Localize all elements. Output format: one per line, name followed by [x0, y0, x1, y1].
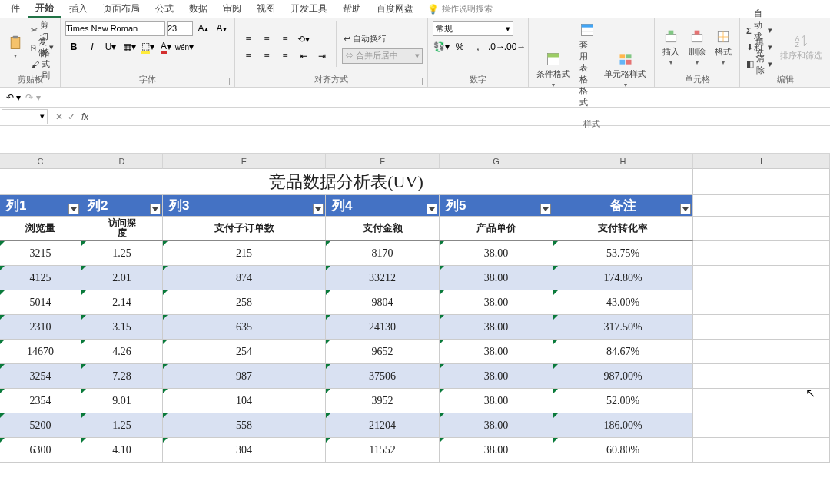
- undo-button[interactable]: ↶ ▾: [6, 92, 21, 103]
- decrease-font-button[interactable]: A▾: [213, 21, 230, 36]
- data-cell[interactable]: 987.00%: [553, 364, 693, 389]
- wrap-text-button[interactable]: ↩自动换行: [342, 32, 423, 47]
- cell[interactable]: [693, 438, 830, 463]
- table-subheader-cell[interactable]: 浏览量: [0, 217, 81, 241]
- data-cell[interactable]: 4125: [0, 266, 81, 290]
- data-cell[interactable]: 3215: [0, 241, 81, 266]
- data-cell[interactable]: 38.00: [440, 340, 553, 364]
- data-cell[interactable]: 7.28: [81, 364, 163, 389]
- table-header-cell[interactable]: 列5: [440, 195, 553, 217]
- tab-data[interactable]: 数据: [181, 0, 215, 18]
- clipboard-launcher[interactable]: [48, 78, 55, 85]
- cell-styles-button[interactable]: 单元格样式▾: [601, 21, 649, 118]
- data-cell[interactable]: 304: [163, 438, 326, 463]
- cell[interactable]: [693, 364, 830, 389]
- bold-button[interactable]: B: [65, 39, 82, 55]
- col-header-g[interactable]: G: [440, 154, 553, 169]
- number-format-combo[interactable]: 常规▾: [433, 21, 513, 36]
- font-size-combo[interactable]: [167, 21, 193, 36]
- table-header-cell[interactable]: 备注: [553, 195, 693, 217]
- filter-dropdown-button[interactable]: [150, 204, 161, 214]
- fx-icon[interactable]: fx: [81, 111, 88, 122]
- data-cell[interactable]: 5014: [0, 290, 81, 315]
- data-cell[interactable]: 2354: [0, 389, 81, 413]
- table-title[interactable]: 竞品数据分析表(UV): [0, 169, 693, 195]
- data-cell[interactable]: 37506: [326, 364, 440, 389]
- data-cell[interactable]: 11552: [326, 438, 440, 463]
- data-cell[interactable]: 558: [163, 413, 326, 438]
- tab-file[interactable]: 件: [3, 0, 28, 18]
- filter-dropdown-button[interactable]: [680, 204, 691, 214]
- name-box[interactable]: ▾: [2, 109, 48, 124]
- align-bottom-button[interactable]: ≡: [277, 32, 294, 47]
- data-cell[interactable]: 52.00%: [553, 389, 693, 413]
- increase-font-button[interactable]: A▴: [194, 21, 211, 36]
- underline-button[interactable]: U▾: [102, 39, 119, 55]
- tab-home[interactable]: 开始: [28, 0, 61, 18]
- table-subheader-cell[interactable]: 产品单价: [440, 217, 553, 241]
- align-middle-button[interactable]: ≡: [258, 32, 275, 47]
- decrease-decimal-button[interactable]: .00→: [506, 39, 523, 55]
- cell[interactable]: [693, 169, 830, 195]
- align-left-button[interactable]: ≡: [240, 48, 257, 64]
- table-subheader-cell[interactable]: 支付金额: [326, 217, 440, 241]
- orientation-button[interactable]: ⟲▾: [295, 32, 312, 47]
- tab-baidu[interactable]: 百度网盘: [369, 0, 421, 18]
- formula-input[interactable]: [88, 109, 830, 124]
- cell[interactable]: [693, 315, 830, 340]
- data-cell[interactable]: 874: [163, 266, 326, 290]
- table-subheader-cell[interactable]: 支付转化率: [553, 217, 693, 241]
- phonetic-button[interactable]: wén▾: [176, 39, 193, 55]
- data-cell[interactable]: 33212: [326, 266, 440, 290]
- cell[interactable]: [693, 340, 830, 364]
- col-header-e[interactable]: E: [163, 154, 326, 169]
- spreadsheet-grid[interactable]: C D E F G H I 竞品数据分析表(UV) 列1列2列3列4列5备注 浏…: [0, 154, 830, 463]
- data-cell[interactable]: 317.50%: [553, 315, 693, 340]
- tab-insert[interactable]: 插入: [61, 0, 95, 18]
- data-cell[interactable]: 104: [163, 389, 326, 413]
- format-cells-button[interactable]: 格式▾: [712, 21, 735, 74]
- table-header-cell[interactable]: 列2: [81, 195, 163, 217]
- tab-formulas[interactable]: 公式: [148, 0, 181, 18]
- col-header-f[interactable]: F: [326, 154, 440, 169]
- number-launcher[interactable]: [516, 78, 523, 85]
- tab-developer[interactable]: 开发工具: [283, 0, 335, 18]
- filter-dropdown-button[interactable]: [540, 204, 551, 214]
- table-subheader-cell[interactable]: 访问深 度: [81, 217, 163, 241]
- data-cell[interactable]: 5200: [0, 413, 81, 438]
- sort-filter-button[interactable]: AZ 排序和筛选: [777, 21, 825, 74]
- fill-color-button[interactable]: ⬚▾: [139, 39, 156, 55]
- cell[interactable]: [693, 413, 830, 438]
- format-painter-button[interactable]: 🖌格式刷: [29, 57, 55, 72]
- data-cell[interactable]: 60.80%: [553, 438, 693, 463]
- data-cell[interactable]: 38.00: [440, 364, 553, 389]
- insert-cells-button[interactable]: 插入▾: [659, 21, 682, 74]
- filter-dropdown-button[interactable]: [313, 204, 324, 214]
- data-area[interactable]: 竞品数据分析表(UV) 列1列2列3列4列5备注 浏览量访问深 度支付子订单数支…: [0, 169, 830, 463]
- data-cell[interactable]: 6300: [0, 438, 81, 463]
- font-color-button[interactable]: A▾: [158, 39, 174, 55]
- data-cell[interactable]: 3952: [326, 389, 440, 413]
- data-cell[interactable]: 9.01: [81, 389, 163, 413]
- tab-page-layout[interactable]: 页面布局: [95, 0, 148, 18]
- cell[interactable]: [693, 195, 830, 217]
- align-right-button[interactable]: ≡: [277, 48, 294, 64]
- filter-dropdown-button[interactable]: [68, 204, 79, 214]
- tab-view[interactable]: 视图: [249, 0, 283, 18]
- data-cell[interactable]: 9804: [326, 290, 440, 315]
- clear-button[interactable]: ◧清除▾: [745, 57, 774, 72]
- merge-center-button[interactable]: ⇔ 合并后居中▾: [342, 48, 423, 64]
- col-header-c[interactable]: C: [0, 154, 81, 169]
- table-header-cell[interactable]: 列1: [0, 195, 81, 217]
- data-cell[interactable]: 38.00: [440, 266, 553, 290]
- tab-help[interactable]: 帮助: [335, 0, 369, 18]
- filter-dropdown-button[interactable]: [427, 204, 437, 214]
- data-cell[interactable]: 8170: [326, 241, 440, 266]
- tab-review[interactable]: 审阅: [215, 0, 249, 18]
- data-cell[interactable]: 174.80%: [553, 266, 693, 290]
- data-cell[interactable]: 3.15: [81, 315, 163, 340]
- data-cell[interactable]: 4.10: [81, 438, 163, 463]
- col-header-h[interactable]: H: [553, 154, 693, 169]
- data-cell[interactable]: 1.25: [81, 413, 163, 438]
- data-cell[interactable]: 84.67%: [553, 340, 693, 364]
